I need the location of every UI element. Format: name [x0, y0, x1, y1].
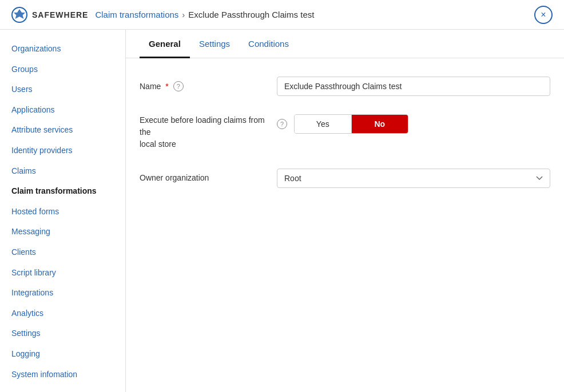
- sidebar-item-analytics[interactable]: Analytics: [0, 303, 125, 324]
- sidebar-item-clients[interactable]: Clients: [0, 242, 125, 263]
- svg-marker-1: [14, 9, 25, 19]
- breadcrumb: Claim transformations › Exclude Passthro…: [95, 10, 314, 19]
- execute-info-icon[interactable]: ?: [277, 119, 287, 129]
- sidebar-item-integrations[interactable]: Integrations: [0, 283, 125, 303]
- tab-general[interactable]: General: [140, 30, 190, 58]
- execute-toggle-area: ? Yes No: [277, 114, 550, 134]
- breadcrumb-separator: ›: [182, 10, 185, 19]
- sidebar-item-logging[interactable]: Logging: [0, 344, 125, 365]
- sidebar-item-hosted-forms[interactable]: Hosted forms: [0, 202, 125, 222]
- sidebar-item-script-library[interactable]: Script library: [0, 263, 125, 283]
- breadcrumb-current: Exclude Passthrough Claims test: [188, 10, 314, 19]
- tab-conditions[interactable]: Conditions: [239, 30, 298, 58]
- tab-settings[interactable]: Settings: [190, 30, 239, 58]
- sidebar: OrganizationsGroupsUsersApplicationsAttr…: [0, 30, 126, 392]
- name-info-icon[interactable]: ?: [173, 81, 184, 91]
- sidebar-item-users[interactable]: Users: [0, 79, 125, 100]
- name-row: Name* ?: [140, 77, 550, 96]
- name-required: *: [165, 82, 168, 91]
- execute-control-area: ? Yes No: [277, 114, 550, 134]
- execute-label-line2: local store: [140, 138, 277, 150]
- execute-label-line1: Execute before loading claims from the: [140, 114, 277, 138]
- form-area: Name* ? Execute before loading claims fr…: [126, 58, 564, 225]
- execute-label-area: Execute before loading claims from the l…: [140, 114, 277, 150]
- owner-label-area: Owner organization: [140, 169, 277, 182]
- execute-row: Execute before loading claims from the l…: [140, 114, 550, 150]
- owner-row: Owner organization RootOrganization AOrg…: [140, 169, 550, 188]
- brand-name: SAFEWHERE: [32, 10, 88, 19]
- sidebar-item-organizations[interactable]: Organizations: [0, 39, 125, 59]
- sidebar-item-settings[interactable]: Settings: [0, 323, 125, 344]
- content-area: GeneralSettingsConditions Name* ? Execut…: [126, 30, 564, 392]
- name-input-area: [277, 77, 550, 96]
- breadcrumb-link[interactable]: Claim transformations: [95, 10, 178, 19]
- sidebar-item-messaging[interactable]: Messaging: [0, 222, 125, 242]
- sidebar-item-claim-transformations[interactable]: Claim transformations: [0, 181, 125, 202]
- header: SAFEWHERE Claim transformations › Exclud…: [0, 0, 564, 30]
- owner-select[interactable]: RootOrganization AOrganization B: [277, 169, 550, 188]
- name-input[interactable]: [277, 77, 550, 96]
- name-label: Name: [140, 82, 161, 91]
- sidebar-item-attribute-services[interactable]: Attribute services: [0, 120, 125, 141]
- header-left: SAFEWHERE Claim transformations › Exclud…: [11, 7, 314, 23]
- yes-button[interactable]: Yes: [295, 115, 351, 133]
- main-layout: OrganizationsGroupsUsersApplicationsAttr…: [0, 30, 564, 392]
- sidebar-item-groups[interactable]: Groups: [0, 59, 125, 80]
- no-button[interactable]: No: [352, 115, 408, 133]
- yes-no-group: Yes No: [294, 114, 408, 134]
- sidebar-item-applications[interactable]: Applications: [0, 100, 125, 121]
- sidebar-item-claims[interactable]: Claims: [0, 161, 125, 182]
- sidebar-item-identity-providers[interactable]: Identity providers: [0, 141, 125, 161]
- logo-icon: [11, 7, 27, 23]
- sidebar-item-system-information[interactable]: System infomation: [0, 365, 125, 385]
- logo-area: SAFEWHERE: [11, 7, 88, 23]
- owner-label: Owner organization: [140, 173, 209, 182]
- tabs-bar: GeneralSettingsConditions: [126, 30, 564, 58]
- close-button[interactable]: ×: [534, 6, 553, 24]
- name-label-area: Name* ?: [140, 77, 277, 91]
- owner-control-area: RootOrganization AOrganization B: [277, 169, 550, 188]
